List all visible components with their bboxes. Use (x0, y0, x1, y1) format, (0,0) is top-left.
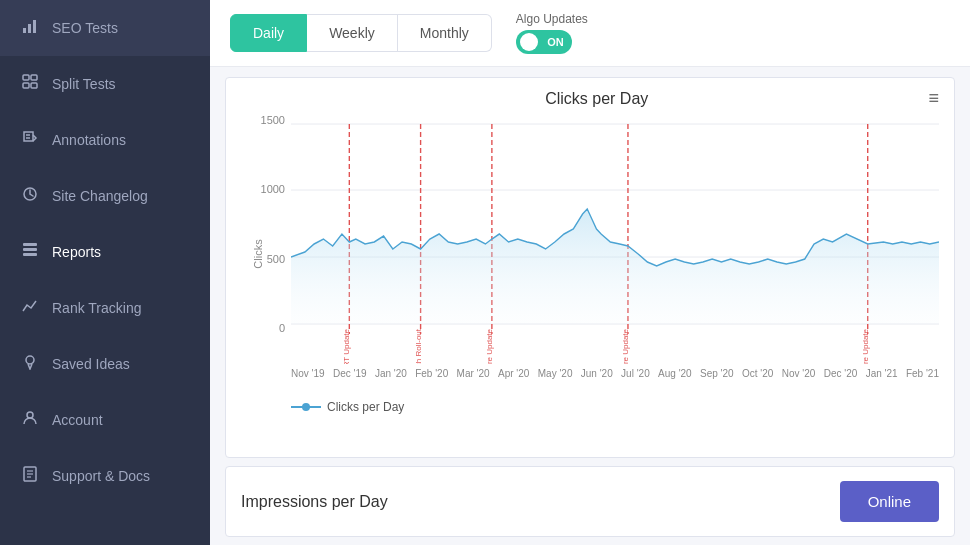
site-changelog-icon (20, 186, 40, 206)
x-tick-2: Jan '20 (375, 368, 407, 379)
x-tick-10: Sep '20 (700, 368, 734, 379)
legend-dot (302, 403, 310, 411)
sidebar-item-saved-ideas[interactable]: Saved Ideas (0, 336, 210, 392)
sidebar: SEO Tests Split Tests Annotations Site C… (0, 0, 210, 545)
chart-svg: BERT Update International Search Roll-ou… (291, 114, 939, 364)
online-button[interactable]: Online (840, 481, 939, 522)
chart-menu-icon[interactable]: ≡ (928, 88, 939, 109)
x-tick-4: Mar '20 (457, 368, 490, 379)
algo-toggle-pill[interactable]: ON (516, 30, 572, 54)
algo-toggle-area: Algo Updates ON (516, 12, 588, 54)
svg-rect-11 (23, 248, 37, 251)
tab-monthly[interactable]: Monthly (398, 14, 492, 52)
y-tick-500: 500 (267, 253, 291, 265)
legend-row: Clicks per Day (291, 400, 939, 414)
toggle-circle (520, 33, 538, 51)
support-docs-icon (20, 466, 40, 486)
svg-text:BERT Update: BERT Update (343, 329, 352, 364)
x-tick-15: Feb '21 (906, 368, 939, 379)
y-axis-title: Clicks (252, 239, 264, 268)
annotations-icon (20, 130, 40, 150)
chart-title-row: Clicks per Day ≡ (241, 88, 939, 109)
rank-tracking-icon (20, 298, 40, 318)
sidebar-item-rank-tracking[interactable]: Rank Tracking (0, 280, 210, 336)
sidebar-label-support-docs: Support & Docs (52, 468, 150, 484)
svg-rect-12 (23, 253, 37, 256)
sidebar-label-account: Account (52, 412, 103, 428)
chart-wrapper: Clicks 1500 1000 500 0 (241, 114, 939, 394)
algo-toggle-label: Algo Updates (516, 12, 588, 26)
toolbar: Daily Weekly Monthly Algo Updates ON (210, 0, 970, 67)
chart-title: Clicks per Day (265, 90, 928, 108)
x-tick-11: Oct '20 (742, 368, 773, 379)
seo-tests-icon (20, 18, 40, 38)
sidebar-item-site-changelog[interactable]: Site Changelog (0, 168, 210, 224)
svg-rect-0 (23, 28, 26, 33)
saved-ideas-icon (20, 354, 40, 374)
sidebar-label-seo-tests: SEO Tests (52, 20, 118, 36)
main-content: Daily Weekly Monthly Algo Updates ON Cli… (210, 0, 970, 545)
bottom-section: Impressions per Day Online (225, 466, 955, 537)
svg-text:Core Update: Core Update (621, 329, 630, 364)
sidebar-label-saved-ideas: Saved Ideas (52, 356, 130, 372)
svg-rect-4 (31, 75, 37, 80)
x-tick-9: Aug '20 (658, 368, 692, 379)
impressions-title: Impressions per Day (241, 493, 388, 511)
x-tick-5: Apr '20 (498, 368, 529, 379)
x-tick-0: Nov '19 (291, 368, 325, 379)
sidebar-item-annotations[interactable]: Annotations (0, 112, 210, 168)
tab-daily[interactable]: Daily (230, 14, 307, 52)
svg-rect-1 (28, 24, 31, 33)
svg-rect-2 (33, 20, 36, 33)
sidebar-label-rank-tracking: Rank Tracking (52, 300, 141, 316)
x-tick-12: Nov '20 (782, 368, 816, 379)
svg-rect-3 (23, 75, 29, 80)
x-tick-6: May '20 (538, 368, 573, 379)
y-tick-1500: 1500 (261, 114, 291, 126)
sidebar-label-split-tests: Split Tests (52, 76, 116, 92)
chart-area: Clicks per Day ≡ Clicks 1500 1000 500 0 (225, 77, 955, 458)
svg-rect-5 (23, 83, 29, 88)
sidebar-label-annotations: Annotations (52, 132, 126, 148)
y-tick-1000: 1000 (261, 183, 291, 195)
x-tick-8: Jul '20 (621, 368, 650, 379)
svg-point-14 (27, 412, 33, 418)
svg-point-13 (26, 356, 34, 364)
sidebar-item-split-tests[interactable]: Split Tests (0, 56, 210, 112)
x-tick-3: Feb '20 (415, 368, 448, 379)
account-icon (20, 410, 40, 430)
chart-inner: BERT Update International Search Roll-ou… (291, 114, 939, 394)
svg-text:Core Update: Core Update (861, 329, 870, 364)
svg-text:International Search Roll-out: International Search Roll-out (414, 328, 423, 364)
sidebar-label-reports: Reports (52, 244, 101, 260)
y-tick-0: 0 (279, 322, 291, 334)
x-tick-13: Dec '20 (824, 368, 858, 379)
tab-weekly[interactable]: Weekly (307, 14, 398, 52)
x-tick-1: Dec '19 (333, 368, 367, 379)
x-axis-labels: Nov '19 Dec '19 Jan '20 Feb '20 Mar '20 … (291, 364, 939, 379)
svg-rect-10 (23, 243, 37, 246)
sidebar-item-account[interactable]: Account (0, 392, 210, 448)
sidebar-label-site-changelog: Site Changelog (52, 188, 148, 204)
x-tick-7: Jun '20 (581, 368, 613, 379)
toggle-state: ON (547, 36, 564, 48)
legend-line-indicator (291, 406, 321, 408)
svg-rect-6 (31, 83, 37, 88)
sidebar-item-support-docs[interactable]: Support & Docs (0, 448, 210, 504)
svg-text:Core Update: Core Update (485, 329, 494, 364)
reports-icon (20, 242, 40, 262)
sidebar-item-reports[interactable]: Reports (0, 224, 210, 280)
split-tests-icon (20, 74, 40, 94)
legend-label: Clicks per Day (327, 400, 404, 414)
x-tick-14: Jan '21 (866, 368, 898, 379)
sidebar-item-seo-tests[interactable]: SEO Tests (0, 0, 210, 56)
